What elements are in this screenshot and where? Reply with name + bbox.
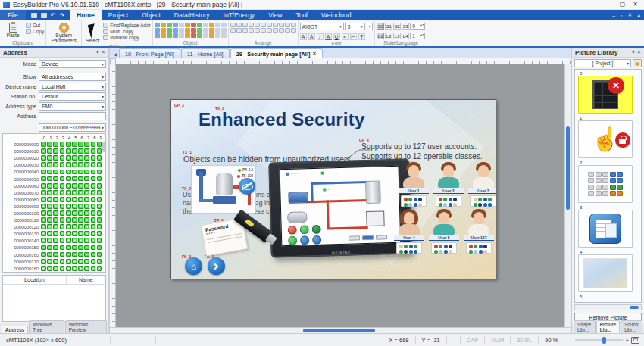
picture-item-3[interactable]: 3 xyxy=(578,205,638,248)
object-icons-row2[interactable] xyxy=(155,28,227,33)
state-s0-button[interactable]: S0 xyxy=(377,23,384,30)
cut-button[interactable]: Cut xyxy=(26,23,44,28)
picture-item-4[interactable]: 4 xyxy=(578,250,638,292)
address-row[interactable]: 0000000120 xyxy=(3,223,105,230)
window-tab-front-page[interactable]: 10 - Front Page [All] xyxy=(119,48,180,58)
address-row[interactable]: 0000000080 xyxy=(3,196,105,203)
font-size-select[interactable]: 5▾ xyxy=(345,23,365,30)
menu-tab-object[interactable]: Object xyxy=(135,10,167,20)
menu-tab-data-history[interactable]: Data/History xyxy=(167,10,217,20)
panel-close-icon[interactable]: ✕ xyxy=(637,49,641,55)
menu-tab-project[interactable]: Project xyxy=(102,10,135,20)
left-tab-windows-preview[interactable]: Windows Preview xyxy=(65,320,107,333)
home-button[interactable]: ⌂ xyxy=(185,257,202,275)
system-parameters-button[interactable]: System Parameters xyxy=(48,21,80,43)
design-viewport[interactable]: Enhanced Security Objects can be hidden … xyxy=(116,64,564,327)
window-copy-button[interactable]: Window copy xyxy=(103,35,150,40)
address-grid-scrollbar[interactable] xyxy=(102,142,105,152)
close-icon[interactable]: ✕ xyxy=(633,1,638,8)
doc-close-icon[interactable]: ✕ xyxy=(628,12,633,18)
italic-button[interactable]: I xyxy=(317,33,324,40)
panel-close-icon[interactable]: ✕ xyxy=(102,49,105,55)
address-row[interactable]: 0000000140 xyxy=(3,237,105,244)
font-shrink-button[interactable]: A xyxy=(308,33,315,40)
underline-button[interactable]: U xyxy=(333,33,340,40)
mode-select[interactable]: Device xyxy=(39,60,106,68)
library-source-select[interactable]: [ Project ] xyxy=(574,59,631,67)
window-tab-security-main-page[interactable]: 29 - Security main page [All]✕ xyxy=(230,48,323,58)
address-row[interactable]: 0000000050 xyxy=(3,175,105,182)
right-tab-shape-library[interactable]: Shape Libr... xyxy=(574,320,596,333)
tab-scroll-left-icon[interactable]: ◀ xyxy=(111,51,119,58)
state-s2-button[interactable]: S2 xyxy=(393,23,401,30)
language-l2-button[interactable]: L2 xyxy=(385,33,392,39)
address-row[interactable]: 0000000180 xyxy=(3,265,105,272)
canvas-vertical-scrollbar[interactable] xyxy=(564,64,571,327)
align-center-button[interactable]: ⊢ xyxy=(350,33,357,40)
menu-tab-weincloud[interactable]: Weincloud xyxy=(314,10,358,20)
state-s1-button[interactable]: S1 xyxy=(385,23,392,30)
address-row[interactable]: 0000000160 xyxy=(3,251,105,258)
address-row[interactable]: 0000000110 xyxy=(3,217,105,223)
menu-tab-home[interactable]: Home xyxy=(70,10,102,20)
zoom-out-icon[interactable]: – xyxy=(569,337,572,344)
paste-button[interactable]: Paste xyxy=(2,21,24,39)
state-s3-button[interactable]: S3 xyxy=(402,23,409,30)
address-row[interactable]: 0000000010 xyxy=(3,148,105,154)
font-color-button[interactable]: ▾ xyxy=(367,23,374,30)
ribbon-collapse-icon[interactable]: ▴ xyxy=(637,12,640,18)
arrange-icons-row2[interactable] xyxy=(230,28,296,33)
address-row[interactable]: 0000000040 xyxy=(3,168,105,175)
copy-button[interactable]: Copy xyxy=(26,29,44,34)
security-page-slide[interactable]: Enhanced Security Objects can be hidden … xyxy=(170,99,496,279)
fit-to-window-icon[interactable] xyxy=(631,337,639,344)
address-row[interactable]: 0000000170 xyxy=(3,258,105,265)
address-row[interactable]: 0000000000 xyxy=(3,141,105,148)
picture-item-5[interactable]: 5 xyxy=(578,295,638,299)
doc-minimize-icon[interactable]: – xyxy=(612,13,615,18)
state-spinner[interactable]: 0 xyxy=(410,23,425,30)
file-menu-button[interactable]: File xyxy=(0,10,26,20)
right-tab-picture-library[interactable]: Picture Lib... xyxy=(596,320,620,333)
address-row[interactable]: 0000000020 xyxy=(3,154,105,161)
menu-tab-iot-energy[interactable]: IoT/Energy xyxy=(217,10,262,20)
zoom-slider[interactable] xyxy=(575,339,624,341)
address-type-select[interactable]: EM0 xyxy=(39,102,106,111)
address-row[interactable]: 0000000030 xyxy=(3,161,105,168)
font-family-select[interactable]: AIGOT▾ xyxy=(300,23,344,30)
address-row[interactable]: 0000000060 xyxy=(3,182,105,189)
picture-item-2[interactable]: 2 xyxy=(578,161,638,203)
valign-button[interactable]: Ŧ xyxy=(358,33,365,40)
library-horizontal-scrollbar[interactable] xyxy=(574,304,642,310)
menu-tab-view[interactable]: View xyxy=(261,10,289,20)
next-button[interactable] xyxy=(208,257,225,275)
address-range-select[interactable]: 0000000000 ~ 0099999999 xyxy=(39,123,106,132)
object-icons-row3[interactable] xyxy=(155,33,227,38)
picture-item-1[interactable]: 1 ☝ xyxy=(578,116,638,158)
multi-copy-button[interactable]: Multi. copy xyxy=(103,29,150,34)
right-tab-sound-library[interactable]: Sound Libr... xyxy=(621,320,642,333)
zoom-in-icon[interactable]: + xyxy=(626,337,629,344)
panel-menu-icon[interactable]: ▾ xyxy=(96,49,98,55)
select-button[interactable]: Select xyxy=(83,21,102,44)
find-replace-button[interactable]: Find/Replace Addr xyxy=(103,23,150,28)
simulate-icon[interactable] xyxy=(41,13,47,18)
show-select[interactable]: All addresses xyxy=(39,73,106,81)
address-row[interactable]: 0000000090 xyxy=(3,203,105,210)
arrange-icons-row1[interactable] xyxy=(230,23,296,27)
station-no-select[interactable]: Default xyxy=(39,92,106,101)
language-l3-button[interactable]: L3 xyxy=(393,33,401,39)
undo-icon[interactable]: ↶ xyxy=(51,12,56,19)
menu-tab-tool[interactable]: Tool xyxy=(289,10,314,20)
language-l4-button[interactable]: L4 xyxy=(402,33,409,39)
left-tab-address[interactable]: Address xyxy=(2,326,28,333)
left-tab-windows-tree[interactable]: Windows Tree xyxy=(29,320,64,333)
address-row[interactable]: 0000000150 xyxy=(3,244,105,251)
doc-restore-icon[interactable]: ▫ xyxy=(621,13,622,18)
address-row[interactable]: 0000000100 xyxy=(3,210,105,217)
font-color-swatch-button[interactable]: A xyxy=(325,33,332,40)
language-spinner[interactable]: 1 xyxy=(410,33,425,39)
address-input[interactable] xyxy=(39,112,106,120)
library-manager-icon[interactable]: ▤ xyxy=(633,59,642,67)
window-tab-home[interactable]: 11 - Home [All] xyxy=(181,48,230,58)
